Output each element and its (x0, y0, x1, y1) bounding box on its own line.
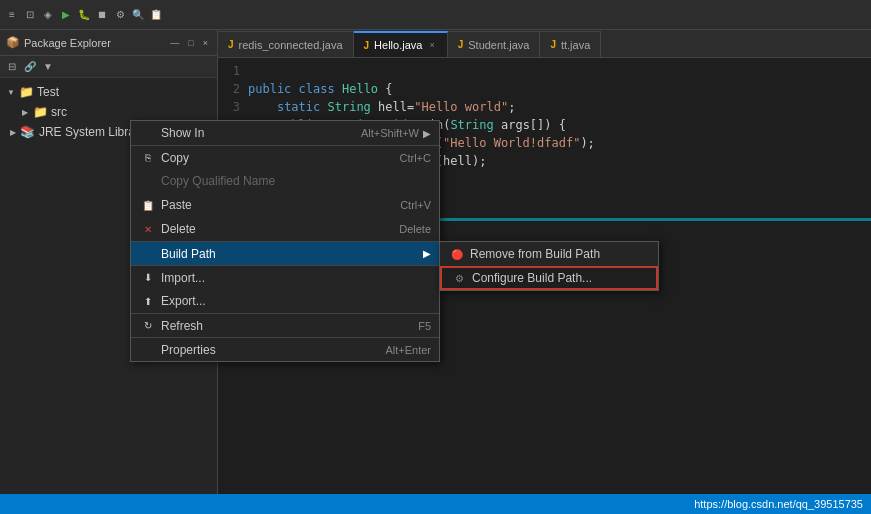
paste-label: Paste (161, 198, 380, 212)
menu-item-copy[interactable]: ⎘ Copy Ctrl+C (131, 145, 439, 169)
configure-build-label: Configure Build Path... (472, 271, 592, 285)
copy-icon: ⎘ (139, 149, 157, 167)
menu-item-show-in[interactable]: Show In Alt+Shift+W ▶ (131, 121, 439, 145)
properties-label: Properties (161, 343, 365, 357)
show-in-icon (139, 124, 157, 142)
menu-item-paste[interactable]: 📋 Paste Ctrl+V (131, 193, 439, 217)
submenu-item-remove[interactable]: 🔴 Remove from Build Path (440, 242, 658, 266)
show-in-label: Show In (161, 126, 341, 140)
import-label: Import... (161, 271, 431, 285)
show-in-arrow: ▶ (423, 128, 431, 139)
refresh-shortcut: F5 (418, 320, 431, 332)
export-label: Export... (161, 294, 431, 308)
submenu-item-configure[interactable]: ⚙ Configure Build Path... (440, 266, 658, 290)
menu-item-delete[interactable]: ✕ Delete Delete (131, 217, 439, 241)
delete-shortcut: Delete (399, 223, 431, 235)
copy-qualified-label: Copy Qualified Name (161, 174, 431, 188)
show-in-shortcut: Alt+Shift+W (361, 127, 419, 139)
paste-shortcut: Ctrl+V (400, 199, 431, 211)
remove-build-icon: 🔴 (448, 245, 466, 263)
menu-item-copy-qualified[interactable]: Copy Qualified Name (131, 169, 439, 193)
build-path-arrow: ▶ (423, 248, 431, 259)
delete-icon: ✕ (139, 220, 157, 238)
context-menu-overlay[interactable]: Show In Alt+Shift+W ▶ ⎘ Copy Ctrl+C Copy… (0, 0, 871, 514)
menu-item-refresh[interactable]: ↻ Refresh F5 (131, 313, 439, 337)
refresh-label: Refresh (161, 319, 398, 333)
import-icon: ⬇ (139, 269, 157, 287)
remove-build-label: Remove from Build Path (470, 247, 600, 261)
export-icon: ⬆ (139, 292, 157, 310)
configure-build-icon: ⚙ (450, 269, 468, 287)
menu-item-export[interactable]: ⬆ Export... (131, 289, 439, 313)
copy-qualified-icon (139, 172, 157, 190)
properties-shortcut: Alt+Enter (385, 344, 431, 356)
properties-icon (139, 341, 157, 359)
copy-shortcut: Ctrl+C (400, 152, 431, 164)
build-path-label: Build Path (161, 247, 419, 261)
context-menu: Show In Alt+Shift+W ▶ ⎘ Copy Ctrl+C Copy… (130, 120, 440, 362)
menu-item-properties[interactable]: Properties Alt+Enter (131, 337, 439, 361)
menu-item-import[interactable]: ⬇ Import... (131, 265, 439, 289)
paste-icon: 📋 (139, 196, 157, 214)
menu-item-build-path[interactable]: Build Path ▶ 🔴 Remove from Build Path ⚙ … (131, 241, 439, 265)
build-path-icon (139, 245, 157, 263)
copy-label: Copy (161, 151, 380, 165)
refresh-icon: ↻ (139, 317, 157, 335)
build-path-submenu: 🔴 Remove from Build Path ⚙ Configure Bui… (439, 241, 659, 291)
delete-label: Delete (161, 222, 379, 236)
